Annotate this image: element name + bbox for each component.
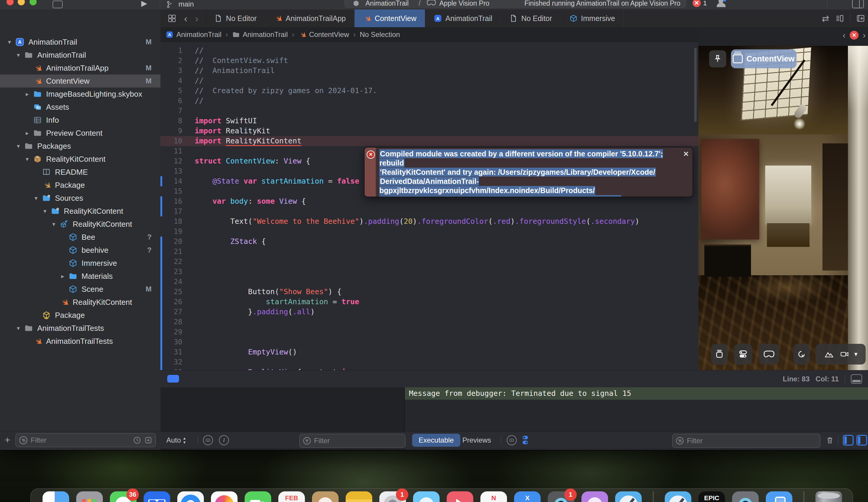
tab-no-editor[interactable]: No Editor: [206, 9, 265, 27]
code-line-6[interactable]: 6//: [161, 96, 699, 106]
chevron-down-icon[interactable]: ▾: [4, 38, 15, 46]
tab-animationtrailapp[interactable]: AnimationTrailApp: [265, 9, 354, 27]
preview-prev-button[interactable]: ‹: [843, 30, 846, 40]
breadcrumb-item[interactable]: AnimationTrail: [232, 30, 288, 39]
chevron-down-icon[interactable]: ▾: [22, 155, 32, 163]
info-button[interactable]: i: [219, 432, 229, 449]
breadcrumb-item[interactable]: AAnimationTrail: [166, 30, 221, 39]
variables-filter-field[interactable]: Filter: [299, 434, 406, 448]
sidebar-item-packages[interactable]: ▾Packages: [0, 140, 161, 152]
console-eye-button[interactable]: [507, 432, 517, 449]
dock-icon-contacts[interactable]: [312, 491, 339, 502]
dock-icon-safari[interactable]: [177, 491, 204, 502]
executable-tab[interactable]: Executable: [412, 432, 460, 449]
pin-button[interactable]: [709, 50, 726, 68]
code-line-1[interactable]: 1//: [161, 46, 699, 56]
avatar[interactable]: [716, 0, 726, 7]
chevron-down-icon[interactable]: ▾: [40, 208, 50, 215]
sidebar-item-realitykitcontent[interactable]: ▾RealityKitContent: [0, 218, 161, 231]
thread-toggles-icon[interactable]: [521, 432, 529, 449]
breadcrumb-item[interactable]: ContentView: [298, 30, 349, 39]
sidebar-item-animationtrail[interactable]: ▾AnimationTrail: [0, 49, 161, 61]
code-line-30[interactable]: 30: [161, 337, 699, 347]
code-line-26[interactable]: 26 startAnimation = true: [161, 297, 699, 307]
sidebar-item-sources[interactable]: ▾Sources: [0, 192, 161, 204]
sidebar-item-imagebasedlighting-skybox[interactable]: ▸ImageBasedLighting.skybox: [0, 88, 161, 101]
code-line-16[interactable]: 16 var body: some View {: [161, 196, 699, 207]
code-line-25[interactable]: 25 Button("Show Bees") {: [161, 287, 699, 297]
forward-button[interactable]: ›: [195, 13, 198, 24]
code-line-18[interactable]: 18 Text("Welcome to the Beehive").paddin…: [161, 217, 699, 227]
chevron-down-icon[interactable]: ▾: [31, 194, 41, 202]
dock-icon-final-cut[interactable]: [447, 491, 473, 502]
code-line-8[interactable]: 8import SwiftUI: [161, 116, 699, 126]
sidebar-item-contentview[interactable]: ContentViewM: [0, 74, 161, 88]
editor-layout-icon[interactable]: [167, 14, 176, 23]
source-control-filter-icon[interactable]: [144, 436, 153, 444]
preview-close-button[interactable]: ✕: [850, 31, 859, 40]
sidebar-item-animationtrailtests[interactable]: ▾AnimationTrailTests: [0, 322, 161, 335]
code-line-4[interactable]: 4//: [161, 76, 699, 86]
code-line-17[interactable]: 17: [161, 207, 699, 217]
recents-clock-icon[interactable]: [133, 436, 141, 444]
dock-icon-launchpad[interactable]: [76, 491, 103, 502]
dock-icon-news[interactable]: N: [480, 491, 507, 502]
dock-icon-facetime[interactable]: [245, 491, 271, 502]
code-line-3[interactable]: 3// AnimationTrail: [161, 66, 699, 76]
error-popup-message[interactable]: Compiled module was created by a differe…: [376, 148, 693, 197]
dock-icon-xcode[interactable]: [615, 491, 642, 502]
code-line-33[interactable]: 33 RealityView{ content in: [161, 367, 699, 370]
navigator-filter-field[interactable]: Filter: [16, 433, 156, 447]
preview-next-button[interactable]: ›: [863, 30, 866, 40]
breadcrumb-item[interactable]: No Selection: [360, 30, 400, 39]
swap-editor-icon[interactable]: ⇄: [822, 13, 829, 24]
code-line-7[interactable]: 7: [161, 106, 699, 116]
dock-icon-speedometer-app[interactable]: [766, 491, 792, 502]
sidebar-item-bee[interactable]: Bee?: [0, 231, 161, 244]
pointer-input-button[interactable]: [793, 344, 810, 364]
minimize-window-button[interactable]: [18, 0, 25, 5]
code-line-5[interactable]: 5// Created by zipzy games on 2024-01-17…: [161, 86, 699, 96]
tab-immersive[interactable]: Immersive: [561, 9, 624, 27]
debug-area-toggle[interactable]: [851, 374, 862, 384]
sidebar-item-realitykitcontent[interactable]: RealityKitContent: [0, 295, 161, 309]
code-line-27[interactable]: 27 }.padding(.all): [161, 307, 699, 317]
close-window-button[interactable]: [7, 0, 13, 5]
scheme-selector[interactable]: ⬢ AnimationTrail / Apple Vision Pro Fini…: [344, 0, 686, 8]
error-badge-icon[interactable]: ✕: [693, 0, 701, 7]
environment-capture-button[interactable]: ▾: [815, 344, 866, 364]
code-line-22[interactable]: 22: [161, 257, 699, 267]
chevron-right-icon[interactable]: ▸: [22, 130, 32, 137]
minimap-list-icon[interactable]: [835, 14, 844, 23]
sidebar-item-immersive[interactable]: Immersive: [0, 257, 161, 270]
console-panel-toggle[interactable]: [857, 432, 867, 449]
code-line-20[interactable]: 20 ZStack {: [161, 237, 699, 247]
code-line-29[interactable]: 29: [161, 327, 699, 337]
zoom-window-button[interactable]: [30, 0, 37, 5]
run-button[interactable]: ▶: [141, 0, 147, 8]
add-file-button[interactable]: +: [5, 434, 10, 445]
editor-scrollbar[interactable]: [694, 48, 697, 122]
dock-icon-epic-games[interactable]: EPIC: [699, 491, 725, 502]
home-view-button[interactable]: [711, 344, 728, 364]
close-popup-button[interactable]: ✕: [683, 150, 689, 158]
add-editor-icon[interactable]: [856, 14, 865, 23]
code-line-21[interactable]: 21: [161, 247, 699, 257]
sidebar-item-preview-content[interactable]: ▸Preview Content: [0, 127, 161, 140]
sidebar-item-scene[interactable]: SceneM: [0, 283, 161, 295]
sidebar-item-realitykitcontent[interactable]: ▾RealityKitContent: [0, 204, 161, 218]
console-filter-field[interactable]: Filter: [672, 434, 820, 448]
device-settings-button[interactable]: [734, 344, 752, 364]
code-line-32[interactable]: 32: [161, 357, 699, 367]
sidebar-item-info[interactable]: Info: [0, 113, 161, 127]
code-line-28[interactable]: 28: [161, 317, 699, 327]
vision-pro-mode-button[interactable]: [759, 344, 779, 364]
auto-scope-select[interactable]: Auto ▴▾: [166, 432, 186, 449]
dock-icon-system-settings[interactable]: 1: [379, 491, 406, 502]
sidebar-item-animationtrailtests[interactable]: AnimationTrailTests: [0, 335, 161, 348]
dock-icon-weather[interactable]: [413, 491, 440, 502]
dock-icon-mail[interactable]: [144, 491, 170, 502]
sidebar-item-realitykitcontent[interactable]: ▾RealityKitContent: [0, 152, 161, 165]
chevron-down-icon[interactable]: ▾: [13, 51, 24, 59]
previews-tab[interactable]: Previews: [462, 432, 491, 449]
